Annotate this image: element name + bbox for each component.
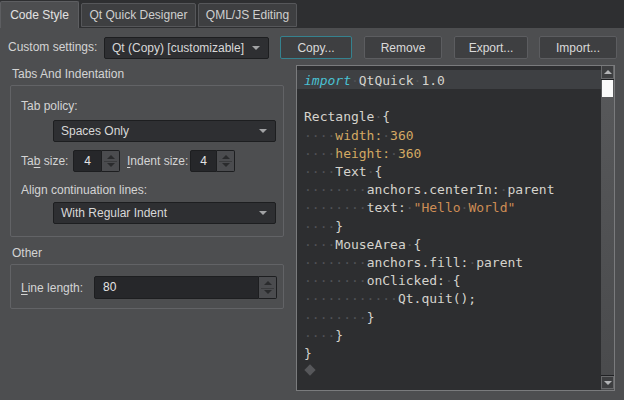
copy-button-label: Copy... <box>297 41 334 55</box>
scrollbar-thumb[interactable] <box>602 80 613 97</box>
tab-qt-quick-designer[interactable]: Qt Quick Designer <box>81 3 196 27</box>
spin-separator <box>219 161 232 162</box>
indent-size-spinbox[interactable]: 4 <box>190 150 217 172</box>
remove-button-label: Remove <box>381 41 426 55</box>
code-line: import·QtQuick·1.0 <box>304 72 554 90</box>
tab-size-spinbox[interactable]: 4 <box>73 150 102 172</box>
tab-qml-js-editing-label: QML/JS Editing <box>206 8 289 22</box>
custom-settings-combobox-value: Qt (Copy) [customizable] <box>112 41 244 55</box>
chevron-down-icon <box>259 211 267 215</box>
spin-down-icon[interactable] <box>107 163 115 167</box>
code-line: ········text:·"Hello·World" <box>304 199 554 217</box>
scrollbar-up-button[interactable] <box>601 66 614 79</box>
align-continuation-lines-label: Align continuation lines: <box>21 183 147 197</box>
custom-settings-label: Custom settings: <box>8 40 97 54</box>
chevron-down-icon <box>259 129 267 133</box>
indent-size-label: Indent size: <box>127 154 188 168</box>
spin-down-icon[interactable] <box>264 290 272 294</box>
chevron-down-icon <box>252 46 260 50</box>
code-line: ········anchors.centerIn:·parent <box>304 181 554 199</box>
line-length-spin-buttons[interactable] <box>259 276 277 299</box>
copy-button[interactable]: Copy... <box>280 36 352 59</box>
custom-settings-combobox[interactable]: Qt (Copy) [customizable] <box>104 37 269 59</box>
tab-size-value: 4 <box>84 154 91 168</box>
tab-policy-label: Tab policy: <box>21 99 78 113</box>
code-line: ········onClicked:·{ <box>304 272 554 290</box>
export-button[interactable]: Export... <box>454 36 528 59</box>
code-line: ····MouseArea·{ <box>304 236 554 254</box>
indent-size-spin-buttons[interactable] <box>217 150 235 172</box>
tab-size-label: Tab size: <box>21 154 68 168</box>
spin-down-icon[interactable] <box>222 163 230 167</box>
tab-policy-combobox-value: Spaces Only <box>61 124 129 138</box>
code-line: ····width:·360 <box>304 127 554 145</box>
line-length-value: 80 <box>103 280 116 294</box>
spin-separator <box>261 288 274 289</box>
code-line: ····height:·360 <box>304 145 554 163</box>
code-preview-editor[interactable]: import·QtQuick·1.0 Rectangle·{····width:… <box>296 65 615 391</box>
tab-policy-combobox[interactable]: Spaces Only <box>53 120 276 142</box>
code-line: ····Text·{ <box>304 163 554 181</box>
tab-qml-js-editing[interactable]: QML/JS Editing <box>198 3 297 27</box>
code-line: ············Qt.quit(); <box>304 290 554 308</box>
import-button-label: Import... <box>556 41 600 55</box>
tab-code-style-label: Code Style <box>10 8 69 22</box>
line-length-spinbox[interactable]: 80 <box>94 276 259 299</box>
group-title-tabs-and-indentation: Tabs And Indentation <box>12 67 124 81</box>
scroll-down-icon <box>604 381 612 385</box>
spin-up-icon[interactable] <box>222 155 230 159</box>
group-title-other: Other <box>12 246 42 260</box>
tab-size-spin-buttons[interactable] <box>102 150 120 172</box>
code-line: } <box>304 345 554 363</box>
end-of-text-marker <box>304 364 315 375</box>
tab-bar: Code Style Qt Quick Designer QML/JS Edit… <box>0 0 624 28</box>
indent-size-value: 4 <box>200 154 207 168</box>
spin-up-icon[interactable] <box>264 281 272 285</box>
export-button-label: Export... <box>469 41 514 55</box>
code-line: ········} <box>304 309 554 327</box>
scrollbar-down-button[interactable] <box>601 376 614 389</box>
tab-code-style[interactable]: Code Style <box>0 1 79 28</box>
code-style-settings-pane: Code Style Qt Quick Designer QML/JS Edit… <box>0 0 624 400</box>
code-line <box>304 90 554 108</box>
spin-separator <box>104 161 117 162</box>
spin-up-icon[interactable] <box>107 155 115 159</box>
code-line: ····} <box>304 327 554 345</box>
remove-button[interactable]: Remove <box>364 36 442 59</box>
align-continuation-lines-combobox[interactable]: With Regular Indent <box>53 202 276 224</box>
code-text: import·QtQuick·1.0 Rectangle·{····width:… <box>304 72 554 363</box>
scroll-up-icon <box>604 70 612 74</box>
editor-scrollbar[interactable] <box>601 66 614 390</box>
tab-qt-quick-designer-label: Qt Quick Designer <box>89 8 187 22</box>
code-line: Rectangle·{ <box>304 108 554 126</box>
align-continuation-lines-combobox-value: With Regular Indent <box>61 206 167 220</box>
code-line: ····} <box>304 218 554 236</box>
code-line: ········anchors.fill:·parent <box>304 254 554 272</box>
line-length-label: Line length: <box>21 281 83 295</box>
import-button[interactable]: Import... <box>539 36 617 59</box>
